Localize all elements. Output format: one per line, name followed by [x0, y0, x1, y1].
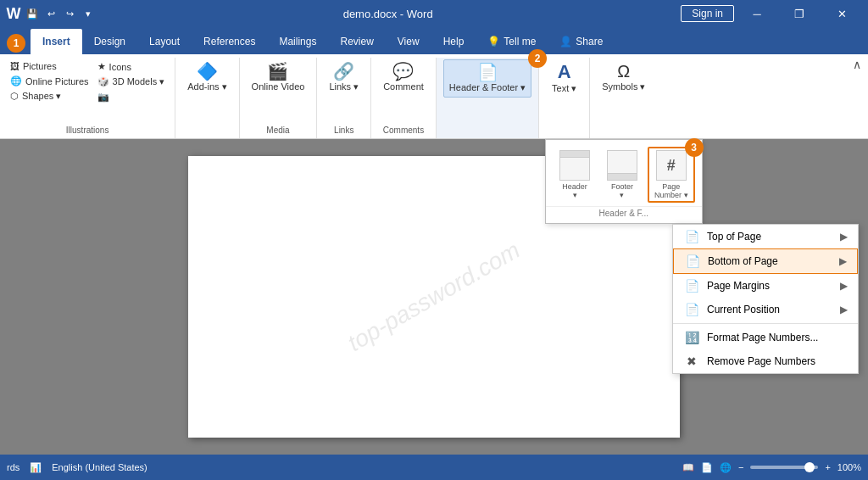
media-items: 🎬 Online Video — [247, 59, 310, 126]
ribbon-group-symbols: Ω Symbols ▾ — [590, 58, 657, 138]
header-doc-icon — [559, 150, 590, 181]
redo-icon[interactable]: ↪ — [63, 7, 76, 20]
title-bar-right: Sign in ─ ❐ ✕ — [681, 0, 861, 27]
header-button[interactable]: Header▾ — [553, 147, 597, 203]
ribbon-group-header-footer: 2 📄 Header & Footer ▾ — [437, 58, 539, 138]
view-print-icon[interactable]: 📄 — [701, 462, 713, 473]
footer-doc-icon — [607, 150, 637, 181]
tab-references[interactable]: References — [192, 29, 267, 54]
addins-button[interactable]: 🔷 Add-ins ▾ — [182, 59, 231, 96]
illustrations-label: Illustrations — [66, 126, 109, 138]
undo-icon[interactable]: ↩ — [44, 7, 58, 20]
online-video-icon: 🎬 — [267, 63, 288, 80]
page-number-label: PageNumber ▾ — [654, 182, 688, 199]
current-position-label: Current Position — [707, 304, 780, 315]
restore-button[interactable]: ❐ — [780, 0, 819, 27]
addins-items: 🔷 Add-ins ▾ — [182, 59, 231, 135]
media-label: Media — [266, 126, 289, 138]
dropdown-current-position[interactable]: 📄 Current Position ▶ — [673, 298, 858, 321]
links-icon: 🔗 — [333, 63, 354, 80]
sign-in-button[interactable]: Sign in — [681, 5, 734, 22]
zoom-slider[interactable] — [750, 466, 818, 469]
tab-share[interactable]: 👤 Share — [548, 29, 615, 54]
format-page-numbers-icon: 🔢 — [683, 331, 700, 344]
ribbon-group-comments: 💬 Comment Comments — [371, 58, 437, 138]
3d-models-button[interactable]: 🎲 3D Models ▾ — [94, 75, 169, 89]
shapes-button[interactable]: ⬡ Shapes ▾ — [7, 89, 92, 103]
online-pictures-icon: 🌐 — [10, 75, 22, 87]
view-read-icon[interactable]: 📖 — [682, 462, 694, 473]
zoom-thumb — [804, 462, 815, 472]
customize-icon[interactable]: ▾ — [81, 7, 95, 20]
tab-help[interactable]: Help — [431, 29, 476, 54]
dropdown-bottom-of-page[interactable]: 📄 Bottom of Page ▶ — [673, 248, 858, 274]
tab-view[interactable]: View — [386, 29, 431, 54]
remove-page-numbers-label: Remove Page Numbers — [707, 355, 815, 367]
footer-label: Footer▾ — [611, 182, 633, 199]
symbols-button[interactable]: Ω Symbols ▾ — [597, 59, 650, 96]
top-of-page-icon: 📄 — [683, 230, 700, 243]
text-button[interactable]: A Text ▾ — [547, 59, 581, 98]
dropdown-remove-page-numbers[interactable]: ✖ Remove Page Numbers — [673, 349, 858, 373]
view-web-icon[interactable]: 🌐 — [720, 462, 732, 473]
window-title: demo.docx - Word — [95, 8, 681, 20]
top-of-page-label: Top of Page — [707, 231, 761, 243]
footer-button[interactable]: Footer▾ — [600, 147, 644, 203]
hf-items: 📄 Header & Footer ▾ — [443, 59, 531, 135]
zoom-plus-button[interactable]: + — [825, 462, 830, 472]
dropdown-page-margins[interactable]: 📄 Page Margins ▶ — [673, 274, 858, 298]
close-button[interactable]: ✕ — [822, 0, 861, 27]
words-label: rds — [7, 462, 19, 472]
step-badge-1: 1 — [7, 34, 25, 53]
status-bar-right: 📖 📄 🌐 − + 100% — [682, 462, 861, 473]
3d-models-icon: 🎲 — [97, 76, 109, 87]
icons-button[interactable]: ★ Icons — [94, 59, 169, 74]
minimize-button[interactable]: ─ — [737, 0, 776, 27]
zoom-level: 100% — [837, 462, 861, 472]
header-footer-icon: 📄 — [477, 64, 498, 81]
page-number-button[interactable]: 3 # PageNumber ▾ — [648, 147, 695, 203]
screenshot-icon: 📷 — [97, 92, 109, 103]
tab-mailings[interactable]: Mailings — [267, 29, 328, 54]
ribbon-group-addins: 🔷 Add-ins ▾ — [175, 58, 239, 138]
dropdown-format-page-numbers[interactable]: 🔢 Format Page Numbers... — [673, 326, 858, 349]
word-logo-icon: W — [7, 7, 20, 20]
header-footer-button[interactable]: 📄 Header & Footer ▾ — [443, 59, 531, 98]
ribbon-group-media: 🎬 Online Video Media — [240, 58, 318, 138]
links-items: 🔗 Links ▾ — [324, 59, 364, 126]
ribbon-group-illustrations: 🖼 Pictures 🌐 Online Pictures ⬡ Shapes ▾ … — [0, 58, 175, 138]
addins-icon: 🔷 — [197, 63, 218, 80]
comment-icon: 💬 — [392, 63, 414, 80]
page-number-doc-icon: # — [656, 150, 687, 181]
current-position-arrow: ▶ — [840, 304, 848, 315]
quick-save-icon[interactable]: 💾 — [25, 7, 39, 20]
tab-design[interactable]: Design — [82, 29, 137, 54]
links-button[interactable]: 🔗 Links ▾ — [324, 59, 364, 96]
header-label: Header▾ — [562, 182, 587, 199]
tab-review[interactable]: Review — [328, 29, 385, 54]
comment-button[interactable]: 💬 Comment — [378, 59, 429, 95]
tab-insert[interactable]: Insert — [31, 29, 82, 54]
status-bar: rds 📊 English (United States) 📖 📄 🌐 − + … — [0, 455, 868, 480]
online-pictures-button[interactable]: 🌐 Online Pictures — [7, 74, 92, 88]
screenshot-button[interactable]: 📷 — [94, 90, 169, 104]
page-margins-label: Page Margins — [707, 280, 770, 292]
online-video-button[interactable]: 🎬 Online Video — [247, 59, 310, 95]
comments-items: 💬 Comment — [378, 59, 429, 126]
pictures-button[interactable]: 🖼 Pictures — [7, 59, 92, 73]
ribbon-collapse-icon[interactable]: ∧ — [853, 58, 861, 71]
hf-sub-ribbon: Header▾ Footer▾ 3 # PageNumber ▾ Header … — [545, 139, 703, 224]
page-margins-arrow: ▶ — [840, 280, 848, 292]
zoom-minus-button[interactable]: − — [738, 462, 743, 472]
illustrations-items: 🖼 Pictures 🌐 Online Pictures ⬡ Shapes ▾ … — [7, 59, 168, 126]
tab-layout[interactable]: Layout — [137, 29, 192, 54]
shapes-icon: ⬡ — [10, 91, 19, 102]
text-items: A Text ▾ — [547, 59, 581, 135]
page-count-icon: 📊 — [30, 462, 42, 473]
ribbon-group-text: A Text ▾ — [539, 58, 590, 138]
hf-group-label: Header & F... — [546, 206, 702, 220]
dropdown-top-of-page[interactable]: 📄 Top of Page ▶ — [673, 225, 858, 248]
bottom-of-page-icon: 📄 — [684, 254, 701, 268]
ribbon-group-links: 🔗 Links ▾ Links — [317, 58, 371, 138]
page-margins-icon: 📄 — [683, 279, 700, 293]
